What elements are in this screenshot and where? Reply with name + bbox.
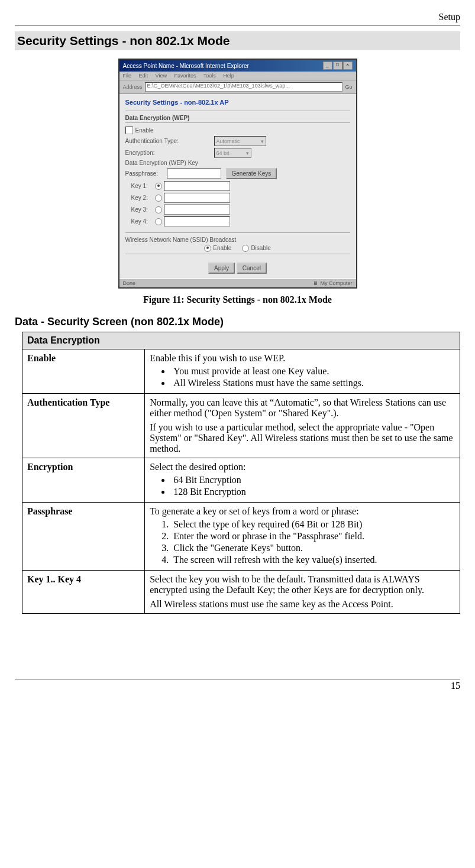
page-body: Security Settings - non-802.1x AP Data E…	[119, 94, 356, 278]
enable-label: Enable	[135, 127, 154, 134]
pass-input[interactable]	[167, 169, 221, 179]
table-row: Encryption Select the desired option: 64…	[22, 458, 460, 503]
table-row: Passphrase To generate a key or set of k…	[22, 503, 460, 571]
enable-checkbox[interactable]	[125, 127, 133, 134]
minimize-button[interactable]: _	[323, 61, 332, 70]
figure-caption: Figure 11: Security Settings - non 802.1…	[15, 294, 460, 305]
address-input[interactable]: E:\G_OEM\NetGear\ME103\02_1\0\ME103_103\…	[145, 82, 343, 92]
key4-label: Key 4:	[131, 218, 155, 225]
enable-row: Enable	[125, 127, 350, 134]
divider	[125, 122, 350, 123]
divider	[125, 111, 350, 111]
close-button[interactable]: ×	[343, 61, 353, 70]
screenshot-window: Access Point Name - Microsoft Internet E…	[118, 59, 357, 289]
menu-file[interactable]: File	[123, 73, 132, 79]
key4-radio[interactable]	[155, 218, 162, 225]
key1-label: Key 1:	[131, 183, 155, 189]
key1-radio[interactable]	[155, 183, 162, 190]
top-rule	[15, 25, 460, 25]
menu-favorites[interactable]: Favorites	[174, 73, 196, 79]
cancel-button[interactable]: Cancel	[237, 263, 267, 274]
enc-row: Encryption: 64 bit▾	[125, 148, 350, 158]
table-row: Enable Enable this if you wish to use WE…	[22, 349, 460, 394]
row-desc: To generate a key or set of keys from a …	[145, 503, 460, 571]
subsection-title: Data - Security Screen (non 802.1x Mode)	[15, 316, 460, 328]
window-title: Access Point Name - Microsoft Internet E…	[123, 63, 249, 69]
key4-row: Key 4:	[131, 216, 350, 226]
table-category-header: Data Encryption	[22, 332, 460, 349]
auth-label: Authentication Type:	[125, 138, 214, 144]
menubar: File Edit View Favorites Tools Help	[119, 72, 356, 80]
wepkey-label: Data Encryption (WEP) Key	[125, 160, 198, 166]
action-buttons: Apply Cancel	[125, 258, 350, 278]
key2-radio[interactable]	[155, 195, 162, 202]
wepkey-row: Data Encryption (WEP) Key	[125, 160, 350, 166]
key1-input[interactable]	[164, 181, 230, 191]
menu-view[interactable]: View	[156, 73, 167, 79]
footer-rule	[15, 679, 460, 679]
row-desc: Normally, you can leave this at “Automat…	[145, 394, 460, 458]
auth-select[interactable]: Automatic▾	[214, 136, 266, 146]
menu-tools[interactable]: Tools	[203, 73, 216, 79]
section-title: Security Settings - non 802.1x Mode	[15, 31, 460, 50]
row-desc: Select the desired option: 64 Bit Encryp…	[145, 458, 460, 503]
auth-row: Authentication Type: Automatic▾	[125, 136, 350, 146]
window-buttons: _ □ ×	[323, 61, 353, 70]
chapter-label: Setup	[15, 12, 460, 22]
screenshot-figure: Access Point Name - Microsoft Internet E…	[15, 59, 460, 289]
row-desc: Select the key you wish to be the defaul…	[145, 571, 460, 614]
row-label: Authentication Type	[22, 394, 145, 458]
address-label: Address	[123, 84, 143, 90]
go-button[interactable]: Go	[345, 84, 352, 90]
key2-input[interactable]	[164, 193, 230, 203]
menu-edit[interactable]: Edit	[139, 73, 148, 79]
key2-row: Key 2:	[131, 193, 350, 203]
window-titlebar: Access Point Name - Microsoft Internet E…	[119, 60, 356, 72]
ssid-label: Wireless Network Name (SSID) Broadcast	[125, 237, 237, 243]
address-bar: Address E:\G_OEM\NetGear\ME103\02_1\0\ME…	[119, 80, 356, 94]
key3-row: Key 3:	[131, 205, 350, 215]
ssid-radio-row: Enable Disable	[125, 245, 350, 252]
enc-select[interactable]: 64 bit▾	[214, 148, 251, 158]
key3-radio[interactable]	[155, 206, 162, 213]
row-label: Encryption	[22, 458, 145, 503]
status-right: 🖥 My Computer	[313, 280, 352, 286]
key1-row: Key 1:	[131, 181, 350, 191]
row-label: Passphrase	[22, 503, 145, 571]
maximize-button[interactable]: □	[333, 61, 342, 70]
divider	[125, 232, 350, 233]
status-left: Done	[123, 280, 136, 286]
ssid-disable-label: Disable	[251, 245, 270, 251]
ssid-row: Wireless Network Name (SSID) Broadcast	[125, 237, 350, 243]
table-row: Authentication Type Normally, you can le…	[22, 394, 460, 458]
row-desc: Enable this if you wish to use WEP. You …	[145, 349, 460, 394]
computer-icon: 🖥	[313, 280, 318, 286]
generate-keys-button[interactable]: Generate Keys	[226, 168, 277, 179]
row-label: Enable	[22, 349, 145, 394]
key4-input[interactable]	[164, 216, 230, 226]
pass-label: Passphrase:	[125, 170, 167, 177]
data-table: Data Encryption Enable Enable this if yo…	[22, 332, 460, 614]
key3-label: Key 3:	[131, 206, 155, 213]
page-heading: Security Settings - non-802.1x AP	[125, 99, 350, 106]
divider	[125, 254, 350, 254]
ssid-enable-label: Enable	[213, 245, 231, 251]
key2-label: Key 2:	[131, 195, 155, 201]
row-label: Key 1.. Key 4	[22, 571, 145, 614]
key3-input[interactable]	[164, 205, 230, 215]
ssid-enable-radio[interactable]	[204, 245, 211, 252]
apply-button[interactable]: Apply	[208, 263, 235, 274]
ssid-disable-radio[interactable]	[242, 245, 249, 252]
page-number: 15	[15, 681, 460, 691]
menu-help[interactable]: Help	[223, 73, 234, 79]
group-title: Data Encryption (WEP)	[125, 115, 350, 121]
status-bar: Done 🖥 My Computer	[119, 278, 356, 287]
table-row: Key 1.. Key 4 Select the key you wish to…	[22, 571, 460, 614]
enc-label: Encryption:	[125, 150, 214, 156]
pass-row: Passphrase: Generate Keys	[125, 168, 350, 179]
